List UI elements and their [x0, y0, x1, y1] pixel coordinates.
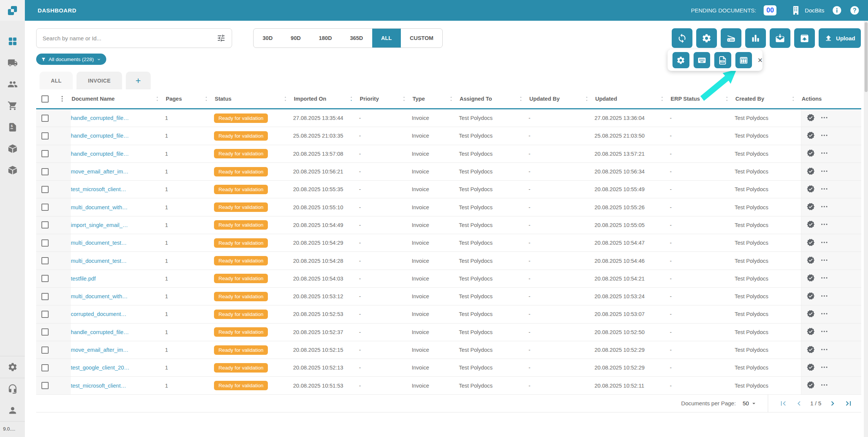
- more-actions-button[interactable]: [820, 274, 828, 283]
- more-actions-button[interactable]: [820, 131, 828, 141]
- more-actions-button[interactable]: [820, 185, 828, 194]
- range-all[interactable]: ALL: [372, 29, 401, 48]
- more-actions-button[interactable]: [820, 310, 828, 319]
- mail-import-button[interactable]: [770, 28, 790, 48]
- range-custom[interactable]: CUSTOM: [401, 29, 443, 48]
- document-name-link[interactable]: handle_corrupted_file…: [71, 151, 165, 157]
- info-icon[interactable]: [832, 5, 842, 15]
- select-all-checkbox[interactable]: [41, 95, 49, 103]
- sidebar-item-purchase-orders[interactable]: [0, 95, 25, 117]
- document-name-link[interactable]: multi_document_with…: [71, 204, 165, 210]
- more-actions-button[interactable]: [820, 202, 828, 212]
- next-page-button[interactable]: [828, 399, 837, 408]
- row-checkbox[interactable]: [41, 221, 49, 228]
- add-tab-button[interactable]: +: [126, 72, 151, 89]
- tune-icon[interactable]: [217, 34, 226, 43]
- document-name-link[interactable]: move_email_after_im…: [71, 347, 165, 353]
- document-name-link[interactable]: multi_document_test…: [71, 258, 165, 264]
- column-header-type[interactable]: Type: [412, 89, 459, 108]
- row-checkbox[interactable]: [41, 168, 49, 175]
- row-checkbox[interactable]: [41, 150, 49, 157]
- column-header-created-by[interactable]: Created By: [735, 89, 801, 108]
- sidebar-item-invoices[interactable]: $: [0, 117, 25, 138]
- range-30d[interactable]: 30D: [254, 29, 282, 48]
- prev-page-button[interactable]: [795, 399, 804, 408]
- upload-button[interactable]: Upload: [819, 28, 861, 48]
- document-name-link[interactable]: corrupted_document…: [71, 311, 165, 317]
- row-checkbox[interactable]: [41, 328, 49, 336]
- more-actions-button[interactable]: [820, 220, 828, 230]
- document-name-link[interactable]: handle_corrupted_file…: [71, 329, 165, 335]
- more-actions-button[interactable]: [820, 238, 828, 248]
- document-name-link[interactable]: handle_corrupted_file…: [71, 133, 165, 139]
- header-menu-button[interactable]: [53, 95, 71, 103]
- per-page-select[interactable]: 50: [743, 400, 757, 407]
- organization-switcher[interactable]: DocBits: [791, 5, 824, 15]
- row-checkbox[interactable]: [41, 115, 49, 122]
- more-actions-button[interactable]: [820, 327, 828, 337]
- column-header-status[interactable]: Status: [214, 89, 293, 108]
- column-header-pages[interactable]: Pages: [165, 89, 214, 108]
- last-page-button[interactable]: [844, 399, 853, 408]
- popup-log-button[interactable]: LOG: [714, 52, 731, 68]
- popup-table-columns-button[interactable]: [735, 52, 752, 68]
- document-name-link[interactable]: testfile.pdf: [71, 276, 165, 282]
- row-checkbox[interactable]: [41, 382, 49, 389]
- sidebar-item-packages[interactable]: [0, 138, 25, 159]
- row-checkbox[interactable]: [41, 293, 49, 300]
- document-name-link[interactable]: multi_document_test…: [71, 240, 165, 246]
- sidebar-item-profile[interactable]: [0, 400, 25, 421]
- popup-settings-button[interactable]: [672, 52, 689, 68]
- document-name-link[interactable]: test_microsoft_client…: [71, 383, 165, 389]
- column-header-imported-on[interactable]: Imported On: [293, 89, 359, 108]
- row-checkbox[interactable]: [41, 239, 49, 247]
- column-header-assigned-to[interactable]: Assigned To: [459, 89, 529, 108]
- document-name-link[interactable]: test_google_client_20…: [71, 365, 165, 371]
- document-name-link[interactable]: move_email_after_im…: [71, 169, 165, 175]
- row-checkbox[interactable]: [41, 186, 49, 193]
- more-actions-button[interactable]: [820, 167, 828, 176]
- more-actions-button[interactable]: [820, 256, 828, 265]
- more-actions-button[interactable]: [820, 363, 828, 373]
- popup-keyboard-button[interactable]: [694, 52, 711, 68]
- sync-button[interactable]: [672, 28, 692, 48]
- range-90d[interactable]: 90D: [282, 29, 310, 48]
- more-actions-button[interactable]: [820, 149, 828, 158]
- row-checkbox[interactable]: [41, 347, 49, 354]
- tab-invoice[interactable]: INVOICE: [76, 72, 122, 89]
- more-actions-button[interactable]: [820, 292, 828, 301]
- more-actions-button[interactable]: [820, 345, 828, 355]
- first-page-button[interactable]: [779, 399, 788, 408]
- range-365d[interactable]: 365D: [341, 29, 372, 48]
- analytics-button[interactable]: [745, 28, 766, 48]
- document-name-link[interactable]: handle_corrupted_file…: [71, 115, 165, 121]
- settings-button[interactable]: [696, 28, 717, 48]
- popup-close-button[interactable]: ×: [758, 56, 763, 64]
- sidebar-item-settings[interactable]: [0, 356, 25, 378]
- column-header-document-name[interactable]: Document Name: [71, 89, 165, 108]
- range-180d[interactable]: 180D: [310, 29, 341, 48]
- sidebar-item-dashboard[interactable]: [0, 31, 25, 52]
- document-name-link[interactable]: test_microsoft_client…: [71, 186, 165, 192]
- document-name-link[interactable]: multi_document_with…: [71, 293, 165, 299]
- export-tray-button[interactable]: [794, 28, 815, 48]
- more-actions-button[interactable]: [820, 113, 828, 123]
- sidebar-item-support[interactable]: [0, 378, 25, 400]
- help-icon[interactable]: ?: [850, 5, 860, 15]
- row-checkbox[interactable]: [41, 204, 49, 211]
- more-actions-button[interactable]: [820, 381, 828, 390]
- row-checkbox[interactable]: [41, 132, 49, 140]
- scrollbar-thumb[interactable]: [865, 22, 868, 92]
- row-checkbox[interactable]: [41, 257, 49, 264]
- scanner-button[interactable]: [721, 28, 741, 48]
- sidebar-item-contacts[interactable]: [0, 74, 25, 95]
- sidebar-item-shipments[interactable]: [0, 52, 25, 74]
- column-header-priority[interactable]: Priority: [359, 89, 412, 108]
- row-checkbox[interactable]: [41, 275, 49, 282]
- tab-all[interactable]: ALL: [40, 72, 73, 89]
- sidebar-item-packages-alt[interactable]: [0, 159, 25, 181]
- column-header-updated[interactable]: Updated: [594, 89, 670, 108]
- row-checkbox[interactable]: [41, 311, 49, 318]
- documents-filter-pill[interactable]: All documents (228): [36, 54, 106, 65]
- search-input[interactable]: [43, 35, 217, 41]
